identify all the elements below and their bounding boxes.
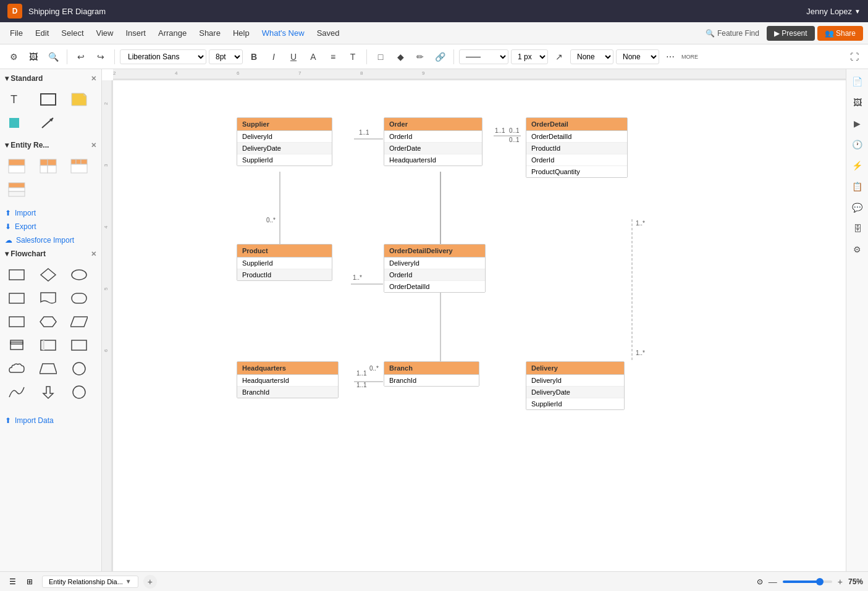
search-button[interactable]: 🔍	[44, 48, 62, 65]
entity-shape-3[interactable]	[67, 156, 91, 177]
entity-orderdetail[interactable]: OrderDetail OrderDetailId ProductId Orde…	[526, 117, 628, 178]
entity-order[interactable]: Order OrderId OrderDate HeadquartersId	[384, 117, 482, 166]
stroke-button[interactable]: ✏	[411, 48, 429, 65]
fc-circle[interactable]	[67, 358, 91, 379]
user-menu[interactable]: Jenny Lopez ▼	[806, 7, 861, 16]
fc-oval[interactable]	[67, 264, 91, 285]
bold-button[interactable]: B	[245, 48, 263, 65]
fullscreen-button[interactable]: ⛶	[846, 48, 863, 65]
svg-rect-8	[40, 159, 48, 166]
export-item[interactable]: ⬇ Export	[5, 221, 96, 232]
image-button[interactable]: 🖼	[25, 48, 42, 65]
rp-clipboard-btn[interactable]: 📋	[849, 178, 866, 195]
rp-image-btn[interactable]: 🖼	[849, 94, 866, 111]
teal-shape[interactable]	[5, 112, 28, 133]
share-button[interactable]: 👥 Share	[817, 26, 863, 41]
fc-parallelogram[interactable]	[67, 311, 91, 332]
italic-button[interactable]: I	[265, 48, 282, 65]
menu-view[interactable]: View	[91, 26, 119, 40]
redo-button[interactable]: ↪	[92, 48, 109, 65]
import-item[interactable]: ⬆ Import	[5, 207, 96, 219]
menu-help[interactable]: Help	[228, 26, 255, 40]
entity-shape-1[interactable]	[5, 156, 28, 177]
fc-roundrect[interactable]	[67, 288, 91, 309]
fc-rect4[interactable]	[36, 335, 60, 356]
rp-settings-btn[interactable]: ⚙	[849, 241, 866, 258]
import-data-item[interactable]: ⬆ Import Data	[5, 415, 96, 426]
entity-shape-4[interactable]	[5, 179, 28, 200]
undo-button[interactable]: ↩	[72, 48, 90, 65]
menu-insert[interactable]: Insert	[120, 26, 151, 40]
fc-circle2[interactable]	[67, 382, 91, 403]
text-shape[interactable]: T	[5, 89, 28, 110]
entity-shape-2[interactable]	[36, 156, 60, 177]
diagram-tab[interactable]: Entity Relationship Dia... ▼	[42, 576, 138, 588]
format-button[interactable]: T	[344, 48, 361, 65]
fc-curved[interactable]	[5, 382, 28, 403]
list-view-btn[interactable]: ☰	[5, 574, 20, 589]
entity-close[interactable]: ✕	[91, 141, 96, 149]
entity-product[interactable]: Product SupplierId ProductId	[237, 244, 332, 281]
rp-play-btn[interactable]: ▶	[849, 115, 866, 132]
entity-supplier[interactable]: Supplier DeliveryId DeliveryDate Supplie…	[237, 117, 332, 166]
link-button[interactable]: 🔗	[431, 48, 449, 65]
rp-layers-btn[interactable]: ⚡	[849, 157, 866, 174]
zoom-slider[interactable]	[783, 581, 832, 583]
menu-share[interactable]: Share	[194, 26, 225, 40]
fc-rect2[interactable]	[5, 288, 28, 309]
plugins-button[interactable]: ⚙	[5, 48, 22, 65]
fc-rect5[interactable]	[67, 335, 91, 356]
stroke-width-select[interactable]: 1 px	[511, 49, 548, 64]
align-button[interactable]: ≡	[324, 48, 342, 65]
rectangle-shape[interactable]	[36, 89, 60, 110]
shape-button[interactable]: □	[372, 48, 389, 65]
fc-trapezoid[interactable]	[36, 358, 60, 379]
rp-clock-btn[interactable]: 🕐	[849, 136, 866, 153]
connector-start-select[interactable]: None	[570, 49, 613, 64]
entity-branch[interactable]: Branch BranchId	[384, 361, 479, 387]
diagram-canvas[interactable]: 0..* 1..1 1..1 0..1 0..1 1..* 1..* 1..*	[113, 80, 846, 571]
fill-button[interactable]: ◆	[392, 48, 409, 65]
salesforce-import-item[interactable]: ☁ Salesforce Import	[5, 235, 96, 246]
font-size-select[interactable]: 8pt	[209, 49, 243, 64]
rp-page-btn[interactable]: 📄	[849, 73, 866, 90]
menu-edit[interactable]: Edit	[30, 26, 54, 40]
entity-orderdetail-field-3: ProductQuantity	[526, 166, 627, 177]
connector-end-select[interactable]: None	[616, 49, 659, 64]
stroke-style-select[interactable]: ——	[459, 49, 508, 64]
underline-button[interactable]: U	[285, 48, 302, 65]
font-color-button[interactable]: A	[305, 48, 322, 65]
fc-hexagon[interactable]	[36, 311, 60, 332]
flowchart-label: ▾ Flowchart	[5, 249, 46, 258]
entity-headquarters[interactable]: Headquarters HeadquartersId BranchId	[237, 361, 339, 398]
fc-arrow-down[interactable]	[36, 382, 60, 403]
menu-select[interactable]: Select	[56, 26, 88, 40]
rp-comment-btn[interactable]: 💬	[849, 199, 866, 216]
zoom-in-btn[interactable]: +	[836, 577, 845, 587]
arrow-shape[interactable]	[36, 112, 60, 133]
fc-cloud[interactable]	[5, 358, 28, 379]
connector-style-button[interactable]: ↗	[550, 48, 568, 65]
fc-rect[interactable]	[5, 264, 28, 285]
more-button[interactable]: ⋯	[662, 48, 679, 65]
menu-arrange[interactable]: Arrange	[153, 26, 192, 40]
zoom-out-btn[interactable]: —	[767, 577, 779, 587]
fc-diamond[interactable]	[36, 264, 60, 285]
zoom-thumb[interactable]	[816, 578, 824, 585]
add-tab-btn[interactable]: +	[143, 575, 157, 589]
grid-view-btn[interactable]: ⊞	[22, 574, 37, 589]
entity-delivery[interactable]: Delivery DeliveryId DeliveryDate Supplie…	[526, 361, 625, 410]
fc-rect3[interactable]	[5, 311, 28, 332]
standard-close[interactable]: ✕	[91, 75, 96, 83]
feature-find[interactable]: 🔍 Feature Find	[706, 29, 759, 38]
fc-doc[interactable]	[36, 288, 60, 309]
rp-db-btn[interactable]: 🗄	[849, 220, 866, 237]
font-family-select[interactable]: Liberation Sans	[120, 49, 206, 64]
menu-whats-new[interactable]: What's New	[257, 26, 310, 40]
entity-orderdetaildelivery[interactable]: OrderDetailDelivery DeliveryId OrderId O…	[384, 244, 486, 293]
present-button[interactable]: ▶ Present	[767, 26, 815, 41]
fc-cylinder[interactable]	[5, 335, 28, 356]
menu-file[interactable]: File	[5, 26, 28, 40]
note-shape[interactable]	[67, 89, 91, 110]
flowchart-close[interactable]: ✕	[91, 250, 96, 258]
